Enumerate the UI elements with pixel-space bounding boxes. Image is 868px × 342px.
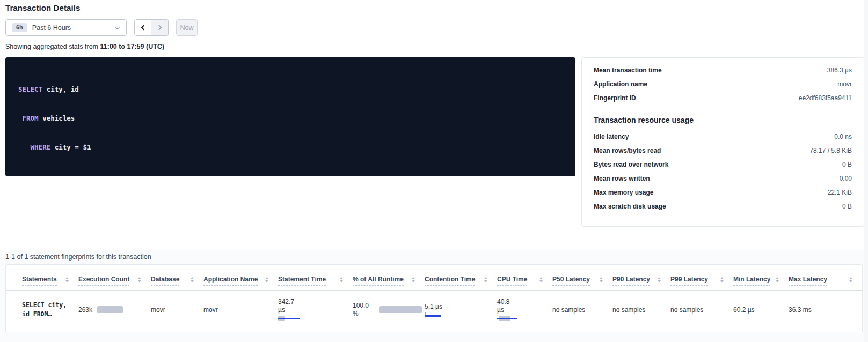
max-scratch-disk-usage-value: 0 B [842, 203, 852, 210]
contention-time-bar-chart [425, 312, 441, 317]
execution-count-bar [97, 306, 123, 313]
bytes-read-over-network-value: 0 B [842, 161, 852, 168]
sort-icon [539, 277, 543, 282]
summary-row: Idle latency 0.0 ns [594, 133, 852, 142]
p50-latency-cell: no samples [552, 306, 612, 314]
now-button[interactable]: Now [176, 19, 198, 36]
sql-statement-box: SELECT city, id FROM vehicles WHERE city… [5, 57, 575, 176]
col-header-max-latency[interactable]: Max Latency [789, 276, 862, 286]
col-header-pct-of-all-runtime[interactable]: % of All Runtime [353, 276, 425, 286]
mean-rows-written-label: Mean rows written [594, 175, 650, 182]
sort-icon [600, 277, 603, 282]
col-header-execution-count[interactable]: Execution Count [78, 276, 151, 286]
sql-line: WHERE city = $1 [18, 143, 563, 152]
sort-icon [265, 277, 268, 282]
sort-icon [191, 277, 194, 282]
cpu-time-cell: 40.8 µs [497, 298, 552, 321]
page-title: Transaction Details [5, 3, 80, 12]
col-header-p99-latency[interactable]: P99 Latency [670, 276, 733, 286]
cpu-time-bar-chart [497, 316, 517, 321]
statement-time-cell: 342.7 µs [278, 298, 353, 321]
chevron-down-icon [115, 24, 120, 29]
col-header-database[interactable]: Database [151, 276, 203, 286]
next-time-range-button[interactable] [151, 19, 169, 36]
time-controls: 6h Past 6 Hours Now [5, 19, 198, 36]
min-latency-cell: 60.2 µs [733, 306, 789, 314]
application-name-cell: movr [203, 306, 278, 314]
summary-row: Mean transaction time 386.3 µs [594, 66, 852, 76]
sort-icon [484, 277, 487, 282]
statement-link[interactable]: SELECT city,id FROM… [22, 301, 78, 319]
sql-text: city = $1 [50, 143, 91, 151]
execution-count-cell: 263k [78, 306, 151, 314]
sort-icon [340, 277, 343, 282]
summary-row: Application name movr [594, 80, 852, 90]
summary-row: Mean rows written 0.00 [594, 175, 852, 184]
time-range-label: Past 6 Hours [32, 24, 115, 32]
mean-rows-bytes-read-value: 78.17 / 5.8 KiB [809, 147, 852, 154]
statements-section: 1-1 of 1 statement fingerprints for this… [0, 250, 868, 342]
statement-row: SELECT city,id FROM… 263k movr movr 342.… [6, 291, 862, 329]
col-header-statement-time[interactable]: Statement Time [278, 276, 353, 286]
sort-icon [849, 277, 852, 282]
col-header-statements[interactable]: Statements [22, 276, 78, 286]
mean-rows-bytes-read-label: Mean rows/bytes read [594, 147, 661, 154]
mean-rows-written-value: 0.00 [840, 175, 852, 182]
col-header-min-latency[interactable]: Min Latency [733, 276, 789, 286]
time-range-badge: 6h [12, 23, 27, 32]
summary-row: Max scratch disk usage 0 B [594, 203, 852, 212]
aggregation-range-prefix: Showing aggregated stats from [5, 43, 100, 50]
sort-icon [412, 277, 415, 282]
mean-transaction-time-label: Mean transaction time [594, 66, 662, 74]
pct-runtime-cell: 100.0 % [353, 302, 425, 318]
time-range-dropdown[interactable]: 6h Past 6 Hours [5, 19, 127, 36]
aggregation-range-text: Showing aggregated stats from 11:00 to 1… [5, 43, 164, 50]
idle-latency-value: 0.0 ns [834, 133, 852, 140]
statement-time-bar-chart [278, 316, 300, 321]
col-header-p90-latency[interactable]: P90 Latency [612, 276, 670, 286]
sql-keyword: SELECT [18, 85, 42, 93]
transaction-summary-card: Mean transaction time 386.3 µs Applicati… [581, 57, 864, 227]
col-header-cpu-time[interactable]: CPU Time [497, 276, 552, 286]
max-latency-cell: 36.3 ms [789, 306, 862, 314]
sql-text: vehicles [39, 114, 75, 122]
sql-keyword: FROM [23, 114, 39, 122]
sort-icon [720, 277, 724, 282]
sql-keyword: WHERE [31, 143, 51, 151]
chevron-left-icon [141, 25, 147, 31]
sort-icon [65, 277, 69, 282]
max-memory-usage-value: 22.1 KiB [828, 189, 852, 196]
pct-runtime-bar [379, 306, 422, 313]
sort-icon [776, 277, 779, 282]
mean-transaction-time-value: 386.3 µs [827, 66, 852, 74]
sql-line: FROM vehicles [18, 114, 563, 123]
p90-latency-cell: no samples [612, 306, 670, 314]
idle-latency-label: Idle latency [594, 133, 629, 140]
sort-icon [138, 277, 141, 282]
prev-time-range-button[interactable] [134, 19, 151, 36]
summary-divider [594, 110, 852, 110]
sql-line: SELECT city, id [18, 85, 563, 94]
application-name-value: movr [837, 80, 852, 88]
max-memory-usage-label: Max memory usage [594, 189, 653, 196]
p99-latency-cell: no samples [670, 306, 733, 314]
summary-row: Mean rows/bytes read 78.17 / 5.8 KiB [594, 147, 852, 156]
col-header-application-name[interactable]: Application Name [203, 276, 278, 286]
statements-table: Statements Execution Count Database Appl… [5, 264, 863, 332]
statements-table-header: Statements Execution Count Database Appl… [6, 265, 862, 291]
col-header-contention-time[interactable]: Contention Time [425, 276, 497, 286]
statement-fingerprints-count: 1-1 of 1 statement fingerprints for this… [5, 253, 151, 261]
scrollbar-gutter[interactable] [864, 0, 868, 342]
contention-time-cell: 5.1 µs [425, 303, 497, 317]
col-header-p50-latency[interactable]: P50 Latency [552, 276, 612, 286]
summary-row: Fingerprint ID ee2df683f5aa9411 [594, 94, 852, 103]
summary-row: Max memory usage 22.1 KiB [594, 189, 852, 198]
aggregation-range-value: 11:00 to 17:59 (UTC) [100, 43, 164, 50]
application-name-label: Application name [594, 80, 647, 88]
summary-row: Bytes read over network 0 B [594, 161, 852, 170]
fingerprint-id-value: ee2df683f5aa9411 [799, 94, 852, 102]
time-nav-button-group [134, 19, 169, 36]
bytes-read-over-network-label: Bytes read over network [594, 161, 668, 168]
sql-text: city, id [42, 85, 79, 93]
sort-icon [658, 277, 661, 282]
